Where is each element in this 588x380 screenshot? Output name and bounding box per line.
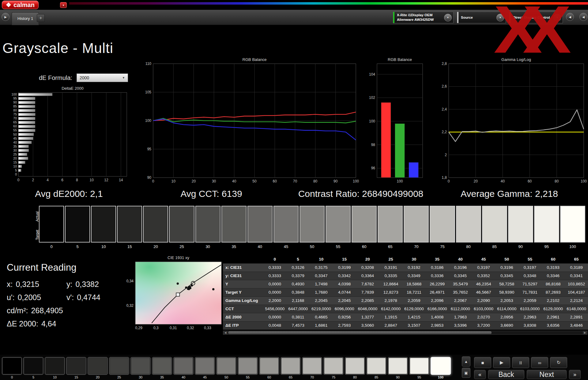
- scroll-right-icon[interactable]: ▶: [583, 331, 587, 334]
- table-cell: 0,0000: [263, 280, 286, 288]
- scrollbar-thumb[interactable]: [228, 331, 492, 334]
- patch-color: [388, 357, 408, 375]
- meter-dropdown[interactable]: X-Rite i1Display OEM Alienware AW3425DW …: [393, 12, 454, 23]
- play-button[interactable]: ▶: [493, 357, 510, 368]
- grayscale-patch-button[interactable]: 70: [302, 357, 322, 379]
- table-cell: 2,2045: [310, 296, 333, 305]
- grayscale-patch-button[interactable]: 40: [173, 357, 194, 379]
- patch-level-label: 80: [353, 375, 357, 379]
- grayscale-patch-button[interactable]: 50: [216, 357, 236, 379]
- patch-color: [173, 357, 194, 375]
- table-cell: 0,3196: [495, 263, 518, 272]
- grayscale-swatch: [195, 206, 221, 243]
- table-cell: 6096,0000: [333, 305, 356, 313]
- grayscale-patch-button[interactable]: 35: [152, 357, 172, 379]
- next-fast-button[interactable]: »: [569, 370, 581, 379]
- tab-scroll-left-button[interactable]: ▶: [2, 13, 9, 21]
- stop-button[interactable]: ■: [474, 357, 491, 368]
- logo-menu-button[interactable]: ▾: [60, 2, 67, 8]
- chevron-down-icon[interactable]: ▼: [444, 14, 452, 21]
- grayscale-patch-button[interactable]: 95: [409, 357, 429, 379]
- table-cell: 4,0744: [333, 288, 356, 296]
- patch-color: [23, 357, 43, 375]
- table-cell: 71,5297: [518, 280, 542, 288]
- table-cell: 6148,0000: [565, 305, 588, 313]
- table-row-label: Gamma Log/Log: [223, 296, 263, 305]
- grayscale-patch-button[interactable]: 65: [281, 357, 301, 379]
- table-row-label: Y: [223, 280, 263, 288]
- patch-level-label: 45: [203, 375, 207, 379]
- grayscale-patch-button[interactable]: 100: [431, 357, 451, 379]
- table-column-header: 0: [263, 255, 286, 263]
- back-fast-button[interactable]: «: [474, 370, 486, 379]
- tab-history-1[interactable]: History 1: [12, 12, 39, 25]
- swatch-level-label: 0: [39, 244, 64, 249]
- back-button[interactable]: Back: [488, 370, 524, 379]
- panel-scroll-left-button[interactable]: ◀: [566, 13, 574, 21]
- table-cell: 2,1168: [286, 296, 310, 305]
- table-cell: 2,2059: [518, 296, 542, 305]
- loop-button[interactable]: ∞: [531, 357, 548, 368]
- pattern-button[interactable]: II: [512, 357, 529, 368]
- grayscale-patch-button[interactable]: 90: [388, 357, 408, 379]
- grayscale-patch-button[interactable]: 30: [130, 357, 151, 379]
- swatch-level-label: 50: [300, 244, 325, 249]
- grayscale-patch-button[interactable]: 45: [195, 357, 215, 379]
- grayscale-patch-button[interactable]: 25: [109, 357, 129, 379]
- meter-name: X-Rite i1Display OEM: [397, 13, 442, 17]
- svg-text:40: 40: [501, 179, 505, 183]
- grayscale-patch-button[interactable]: 75: [323, 357, 344, 379]
- svg-text:70: 70: [293, 179, 297, 183]
- table-column-header: 45: [472, 255, 495, 263]
- scroll-left-icon[interactable]: ◀: [223, 331, 228, 334]
- grayscale-swatch: [221, 206, 247, 243]
- table-column-header: 10: [310, 255, 333, 263]
- table-cell: 2,2045: [333, 296, 356, 305]
- table-cell: 0,3186: [426, 263, 449, 272]
- chevron-down-icon[interactable]: ▼: [496, 14, 504, 21]
- swatch-level-label: 25: [169, 244, 194, 249]
- table-cell: 3,4846: [565, 321, 588, 329]
- table-cell: 0,3348: [518, 272, 542, 280]
- table-horizontal-scrollbar[interactable]: ◀ ▶: [223, 331, 587, 335]
- chevron-down-icon[interactable]: ▼: [553, 14, 561, 21]
- grayscale-swatch: [65, 206, 90, 243]
- grayscale-patch-button[interactable]: 55: [238, 357, 258, 379]
- grayscale-patch-button[interactable]: 60: [259, 357, 279, 379]
- grayscale-patch-button[interactable]: 15: [66, 357, 86, 379]
- grayscale-patch-button[interactable]: 20: [88, 357, 108, 379]
- table-cell: 3,8308: [518, 321, 542, 329]
- next-button[interactable]: Next: [527, 370, 567, 379]
- add-tab-button[interactable]: +: [37, 14, 45, 22]
- de-formula-select[interactable]: 2000 ▼: [77, 73, 128, 82]
- table-cell: 2,2961: [541, 313, 565, 321]
- panel-scroll-right-button[interactable]: ◀: [579, 13, 587, 21]
- grayscale-swatch: [534, 206, 559, 243]
- svg-text:0: 0: [152, 179, 154, 183]
- collapse-button[interactable]: ▲: [462, 356, 470, 367]
- display-name: Alienware AW3425DW: [397, 17, 442, 22]
- swatch-level-label: 70: [404, 244, 429, 249]
- table-cell: 2,1978: [379, 296, 402, 305]
- patch-level-label: 75: [332, 375, 335, 379]
- svg-text:55: 55: [13, 128, 17, 132]
- svg-text:80: 80: [13, 108, 17, 112]
- display-control-dropdown[interactable]: Direct Display Control ▼: [509, 12, 563, 23]
- table-cell: 6129,0000: [541, 305, 565, 313]
- table-cell: 6103,0000: [518, 305, 542, 313]
- table-cell: 6129,0000: [402, 305, 426, 313]
- source-dropdown[interactable]: Source ▼: [457, 12, 506, 23]
- pattern-window-button[interactable]: ▣: [462, 368, 470, 378]
- table-cell: 3,6690: [495, 321, 518, 329]
- de-formula-label: dE Formula:: [39, 74, 72, 81]
- calman-logo[interactable]: ❖ calman: [2, 1, 39, 9]
- grayscale-patch-button[interactable]: 80: [345, 357, 365, 379]
- grayscale-patch-button[interactable]: 5: [23, 357, 43, 379]
- grayscale-patch-button[interactable]: 85: [366, 357, 386, 379]
- table-cell: 12,8273: [379, 288, 402, 296]
- grayscale-patch-button[interactable]: 0: [2, 357, 22, 379]
- grayscale-patch-button[interactable]: 10: [45, 357, 65, 379]
- svg-text:75: 75: [13, 112, 17, 116]
- refresh-button[interactable]: ↻: [550, 357, 567, 368]
- svg-text:20: 20: [474, 179, 478, 183]
